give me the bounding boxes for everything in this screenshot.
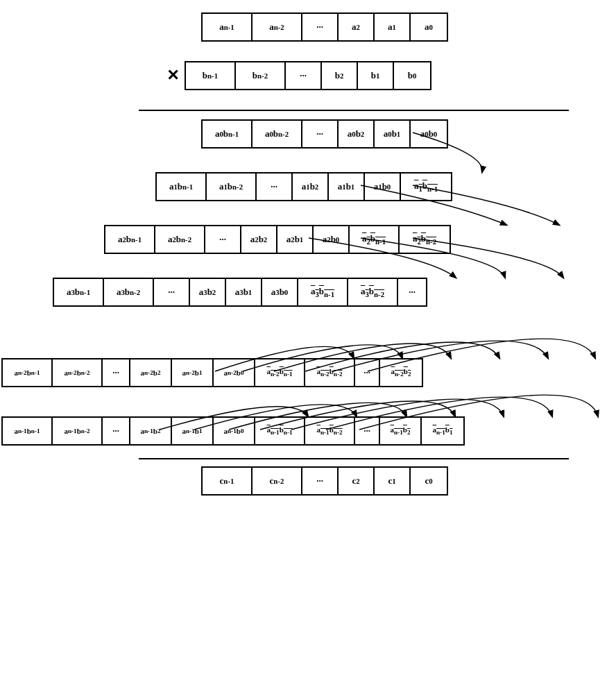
- cell-an2: an-2: [253, 14, 302, 40]
- cell-a1b-dots: ···: [257, 174, 293, 200]
- cell-an2bn2-bar: an-2bn-2: [305, 359, 355, 386]
- cell-c2: c2: [339, 468, 375, 494]
- a3b-cell-row: a3bn-1 a3bn-2 ··· a3b2 a3b1 a3b0 a3bn-1 …: [53, 278, 427, 307]
- cell-b2: b2: [322, 62, 358, 89]
- a3b-row: a3bn-1 a3bn-2 ··· a3b2 a3b1 a3b0 a3bn-1 …: [53, 278, 427, 307]
- a0b-row: a0bn-1 a0bn-2 ··· a0b2 a0b1 a0b0: [201, 119, 448, 149]
- cell-an1: an-1: [203, 14, 253, 40]
- cell-a3bn2-bar: a3bn-2: [348, 279, 398, 305]
- cell-an1b2-bar: an-1b2: [380, 418, 422, 444]
- cell-a1b1: a1b1: [329, 174, 365, 200]
- cell-a2b-dots: ···: [205, 226, 241, 253]
- cell-a0b0: a0b0: [411, 121, 447, 147]
- cell-an1b2: an-1b2: [130, 418, 172, 444]
- cell-a3b0: a3b0: [262, 279, 298, 305]
- cell-a1bn1: a1bn-1: [157, 174, 207, 200]
- cell-c1: c1: [375, 468, 411, 494]
- a1b-row: a1bn-1 a1bn-2 ··· a1b2 a1b1 a1b0 a1bn-1: [155, 172, 452, 201]
- divider-1: [139, 110, 569, 111]
- cell-c-dots: ···: [302, 468, 339, 494]
- cell-an1b-dots2: ···: [355, 418, 380, 444]
- cell-a2bn2-bar: a2bn-2: [400, 226, 450, 253]
- cell-a0b1: a0b1: [375, 121, 411, 147]
- cell-b-dots: ···: [286, 62, 322, 89]
- a-cell-row: an-1 an-2 ··· a2 a1 a0: [201, 12, 448, 42]
- cell-a2: a2: [339, 14, 375, 40]
- cell-a1bn1-bar: a1bn-1: [401, 174, 451, 200]
- cell-an2bn1: an-2bn-1: [3, 359, 53, 386]
- a2b-row: a2bn-1 a2bn-2 ··· a2b2 a2b1 a2b0 a2bn-1 …: [104, 225, 451, 254]
- cell-an1b1-bar: an-1b1: [422, 418, 463, 444]
- cell-a0b2: a0b2: [339, 121, 375, 147]
- cell-an1b1: an-1b1: [172, 418, 214, 444]
- b-cell-row: bn-1 bn-2 ··· b2 b1 b0: [185, 61, 431, 90]
- cell-a1bn2: a1bn-2: [207, 174, 257, 200]
- multiply-symbol: ✕: [166, 67, 179, 85]
- cell-a3bn2: a3bn-2: [104, 279, 154, 305]
- cell-a3b1: a3b1: [226, 279, 262, 305]
- an2b-cell-row: an-2bn-1 an-2bn-2 ··· an-2b2 an-2b1 an-2…: [1, 358, 423, 387]
- cell-b1: b1: [358, 62, 394, 89]
- cell-a3b-dots2: ···: [398, 279, 426, 305]
- cell-a2bn1-bar: a2bn-1: [350, 226, 400, 253]
- cell-a2b1: a2b1: [277, 226, 314, 253]
- cell-an1bn2: an-1bn-2: [53, 418, 103, 444]
- cell-bn2: bn-2: [236, 62, 286, 89]
- a-row: an-1 an-2 ··· a2 a1 a0: [201, 12, 448, 42]
- cell-a1b0: a1b0: [365, 174, 401, 200]
- cell-an1bn2-bar: an-1bn-2: [305, 418, 355, 444]
- a0b-cell-row: a0bn-1 a0bn-2 ··· a0b2 a0b1 a0b0: [201, 119, 448, 149]
- cell-an2bn1-bar: an-2bn-1: [255, 359, 305, 386]
- divider-2: [139, 458, 569, 459]
- cell-a3bn1: a3bn-1: [54, 279, 104, 305]
- a2b-cell-row: a2bn-1 a2bn-2 ··· a2b2 a2b1 a2b0 a2bn-1 …: [104, 225, 451, 254]
- a1b-cell-row: a1bn-1 a1bn-2 ··· a1b2 a1b1 a1b0 a1bn-1: [155, 172, 452, 201]
- b-row: ✕ bn-1 bn-2 ··· b2 b1 b0: [166, 61, 431, 90]
- an1b-row: an-1bn-1 an-1bn-2 ··· an-1b2 an-1b1 an-1…: [1, 416, 465, 446]
- cell-an2b1: an-2b1: [172, 359, 214, 386]
- cell-bn1: bn-1: [186, 62, 236, 89]
- cell-an1b-dots: ···: [103, 418, 130, 444]
- cell-a-dots: ···: [302, 14, 339, 40]
- cell-an1b0: an-1b0: [214, 418, 255, 444]
- cell-an2b-dots: ···: [103, 359, 130, 386]
- cell-a3bn1-bar: a3bn-1: [298, 279, 348, 305]
- cell-cn1: cn-1: [203, 468, 253, 494]
- cell-an2bn2: an-2bn-2: [53, 359, 103, 386]
- cell-an2b2: an-2b2: [130, 359, 172, 386]
- cell-a2bn1: a2bn-1: [105, 226, 155, 253]
- cell-a1b2: a1b2: [293, 174, 329, 200]
- cell-an2b0: an-2b0: [214, 359, 255, 386]
- cell-a2bn2: a2bn-2: [155, 226, 205, 253]
- c-row: cn-1 cn-2 ··· c2 c1 c0: [201, 466, 448, 496]
- cell-an2b2-bar: an-2b2: [380, 359, 422, 386]
- cell-an1bn1-bar: an-1bn-1: [255, 418, 305, 444]
- cell-a0bn1: a0bn-1: [203, 121, 253, 147]
- an2b-row: an-2bn-1 an-2bn-2 ··· an-2b2 an-2b1 an-2…: [1, 358, 423, 387]
- cell-a2b2: a2b2: [241, 226, 277, 253]
- cell-an2b-dots2: ···: [355, 359, 380, 386]
- cell-a1: a1: [375, 14, 411, 40]
- cell-a2b0: a2b0: [314, 226, 350, 253]
- cell-b0: b0: [394, 62, 430, 89]
- arrows-svg: [0, 0, 616, 694]
- diagram: an-1 an-2 ··· a2 a1 a0 ✕ bn-1 bn-2 ··· b…: [0, 0, 616, 694]
- cell-a0bn2: a0bn-2: [253, 121, 302, 147]
- c-cell-row: cn-1 cn-2 ··· c2 c1 c0: [201, 466, 448, 496]
- an1b-cell-row: an-1bn-1 an-1bn-2 ··· an-1b2 an-1b1 an-1…: [1, 416, 465, 446]
- cell-a0: a0: [411, 14, 447, 40]
- cell-a3b-dots: ···: [154, 279, 190, 305]
- cell-a0b-dots: ···: [302, 121, 339, 147]
- cell-an1bn1: an-1bn-1: [3, 418, 53, 444]
- cell-c0: c0: [411, 468, 447, 494]
- cell-cn2: cn-2: [253, 468, 302, 494]
- cell-a3b2: a3b2: [190, 279, 226, 305]
